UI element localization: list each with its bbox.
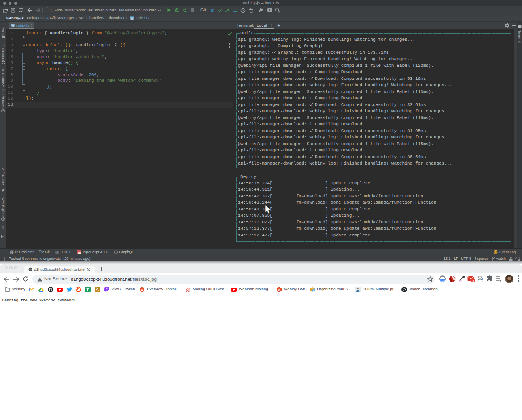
- svg-text:AWS Explorer: AWS Explorer: [1, 197, 5, 218]
- svg-text:npm: npm: [1, 226, 5, 233]
- svg-text:2: Favorites: 2: Favorites: [1, 168, 5, 185]
- svg-text:Terminal: Terminal: [518, 30, 522, 43]
- svg-text:5: 5: [473, 279, 474, 282]
- svg-text:TS: TS: [11, 25, 14, 27]
- svg-text:TS: TS: [130, 18, 133, 20]
- svg-text:2.26: 2.26: [440, 279, 445, 282]
- svg-text:TS: TS: [78, 251, 81, 254]
- svg-text:w: w: [140, 288, 144, 291]
- svg-text:w: w: [278, 288, 281, 291]
